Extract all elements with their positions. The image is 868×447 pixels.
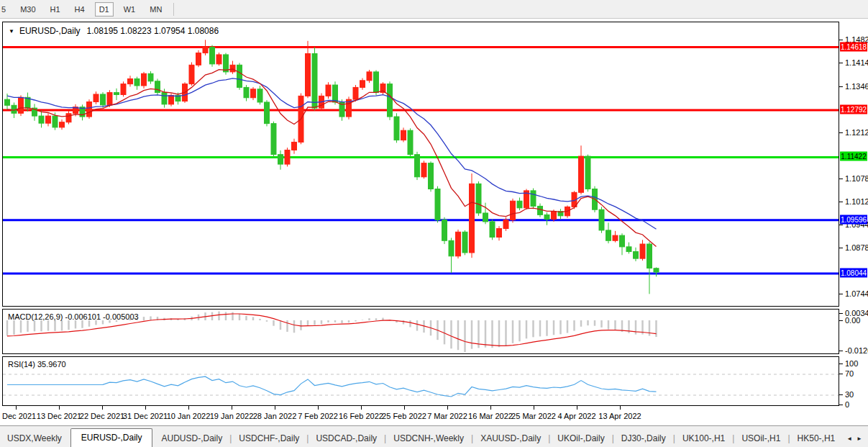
tab-ukoil-daily[interactable]: UKOil-,Daily [550,430,611,447]
candle-body [292,142,297,150]
tab-xauusd-daily[interactable]: XAUUSD-,Daily [473,430,548,447]
candle-body [39,116,44,123]
tab-scroll-right-icon[interactable]: ► [856,435,862,442]
rsi-axis-tick [839,364,843,364]
chart-ohlc-values: 1.08195 1.08223 1.07954 1.08086 [87,26,219,36]
tab-scroll-left-icon[interactable]: ◄ [846,435,852,442]
timeframe-button-mn[interactable]: MN [145,2,166,17]
rsi-chart[interactable] [3,357,839,405]
chart-tab-bar: USDX,WeeklyEURUSD-,DailyAUDUSD-,Daily|US… [0,425,868,447]
candle-body [429,163,434,189]
price-level-badge: 1.09596 [840,215,867,224]
tab-usdx-weekly[interactable]: USDX,Weekly [0,430,69,447]
date-axis-tick [145,406,146,410]
tab-usdchf-daily[interactable]: USDCHF-,Daily [232,430,306,447]
timeframe-button-5[interactable]: 5 [0,2,10,17]
candle-body [278,155,283,164]
timeframe-button-h1[interactable]: H1 [46,2,65,17]
candle-body [538,206,543,215]
candle-body [5,99,10,105]
candle-body [306,54,311,96]
date-axis-label: 22 Dec 2021 [80,412,124,420]
collapse-chart-icon[interactable]: ▼ [9,28,14,35]
date-axis[interactable]: 3 Dec 202113 Dec 202122 Dec 202131 Dec 2… [0,406,839,425]
date-axis-label: 13 Apr 2022 [598,412,641,420]
timeframe-toolbar: 5M30H1H4D1W1MN [0,0,868,19]
date-axis-label: 4 Apr 2022 [557,412,595,420]
candle-body [408,130,413,154]
candle-body [189,65,194,83]
macd-axis-label: -0.012058 [845,346,868,355]
date-axis-label: 10 Jan 2022 [167,412,211,420]
candle-body [483,213,488,222]
tab-usoil-h1[interactable]: USOil-,H1 [734,430,787,447]
tab-dj30-daily[interactable]: DJ30-,Daily [614,430,673,447]
candle-body [230,65,235,72]
timeframe-button-h4[interactable]: H4 [70,2,89,17]
tab-usdcnh-weekly[interactable]: USDCNH-,Weekly [386,430,471,447]
candle-body [374,72,379,93]
candle-body [101,94,106,105]
timeframe-button-w1[interactable]: W1 [119,2,140,17]
candle-body [620,235,625,247]
date-axis-tick [102,406,103,410]
candle-body [360,81,365,88]
candle-body [216,55,221,64]
candle-body [224,55,229,72]
price-axis-tick [839,179,843,179]
rsi-axis-tick [839,394,843,395]
date-axis-label: 16 Feb 2022 [339,412,383,420]
price-axis-tick-label: 1.08780 [845,243,868,252]
date-axis-label: 3 Dec 2021 [0,412,36,420]
candle-body [93,94,99,102]
tab-eurusd-daily[interactable]: EURUSD-,Daily [70,428,153,447]
candle-body [470,184,475,253]
candle-body [552,212,557,220]
macd-panel[interactable]: MACD(12,26,9) -0.006101 -0.005003 [2,309,839,354]
tab-uk100-h1[interactable]: UK100-,H1 [675,430,732,447]
candle-body [114,93,119,95]
candle-body [244,87,249,97]
rsi-label: RSI(14) 35.9670 [8,360,66,369]
candle-body [128,78,133,83]
tab-usdcad-daily[interactable]: USDCAD-,Daily [309,430,384,447]
candlestick-chart[interactable] [3,22,839,306]
candle-body [121,84,126,95]
date-axis-tick [59,406,60,410]
date-axis-label: 25 Feb 2022 [382,412,426,420]
candle-body [237,65,242,87]
timeframe-button-m30[interactable]: M30 [16,2,40,17]
candle-body [401,130,406,140]
candle-body [511,201,516,220]
rsi-panel[interactable]: RSI(14) 35.9670 [2,356,839,406]
rsi-axis-tick [839,374,843,374]
candle-body [634,252,639,259]
rsi-line [7,376,657,397]
macd-axis-label: 0.00 [845,316,860,325]
candle-body [476,184,481,213]
price-axis-tick [839,225,843,225]
date-axis-tick [318,406,319,410]
macd-axis-tick [839,320,843,321]
price-axis-tick-label: 1.10780 [845,174,868,183]
price-chart-panel[interactable]: ▼ EURUSD-,Daily 1.08195 1.08223 1.07954 … [2,22,839,307]
date-axis-label: 19 Jan 2022 [210,412,254,420]
candle-body [442,220,447,241]
candle-body [367,72,372,81]
candle-body [497,229,502,238]
candle-body [654,268,659,272]
macd-axis-tick [839,351,843,351]
candle-body [265,102,270,124]
tab-hk50-h1[interactable]: HK50-,H1 [790,430,843,447]
price-level-badge: 1.12792 [840,104,867,114]
date-axis-tick [577,406,577,410]
price-axis-tick [839,63,843,63]
price-axis-tick-label: 1.13460 [845,82,868,91]
chart-title: ▼ EURUSD-,Daily 1.08195 1.08223 1.07954 … [9,26,219,36]
timeframe-button-d1[interactable]: D1 [95,2,114,17]
tab-audusd-daily[interactable]: AUDUSD-,Daily [154,430,229,447]
candle-body [87,101,92,117]
candle-body [599,209,604,230]
price-axis[interactable]: 1.148201.141401.134601.121201.107801.101… [839,19,868,425]
candle-body [203,47,208,53]
